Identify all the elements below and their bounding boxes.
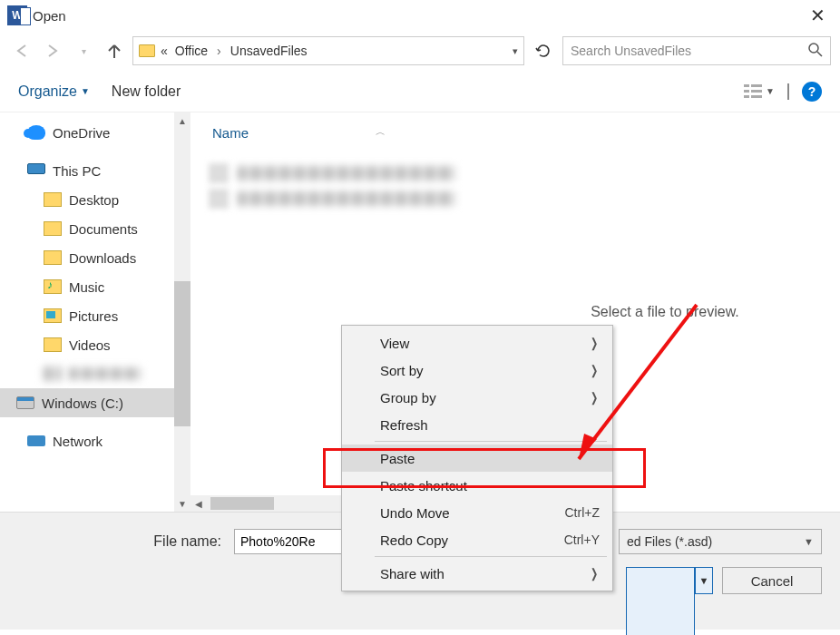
menu-shortcut: Ctrl+Y <box>564 532 600 547</box>
tree-item-redacted[interactable] <box>27 359 190 388</box>
refresh-icon <box>535 43 552 59</box>
up-button[interactable] <box>102 38 127 64</box>
menu-label: Sort by <box>380 363 424 378</box>
toolbar: Organize ▼ New folder ▼ ? <box>0 71 840 112</box>
search-input[interactable]: Search UnsavedFiles <box>562 36 831 65</box>
sidebar-scroll-down[interactable]: ▼ <box>174 495 190 512</box>
sidebar-scroll-thumb[interactable] <box>174 281 190 426</box>
menu-label: Refresh <box>380 417 428 433</box>
tree-label: Videos <box>69 337 111 353</box>
close-button[interactable]: ✕ <box>803 5 833 26</box>
tree-desktop[interactable]: Desktop <box>27 185 190 214</box>
menu-label: Paste shortcut <box>380 478 467 493</box>
submenu-arrow-icon: ❯ <box>591 566 598 581</box>
open-dropdown[interactable]: ▼ <box>695 567 713 594</box>
tree-label: Windows (C:) <box>42 396 123 411</box>
videos-folder-icon <box>44 337 62 352</box>
menu-redo-copy[interactable]: Redo CopyCtrl+Y <box>342 526 612 553</box>
menu-label: Paste <box>380 451 415 466</box>
nav-row: ▾ « Office › UnsavedFiles ▾ Search Unsav… <box>0 31 840 71</box>
sidebar-scroll-up[interactable]: ▲ <box>174 112 190 129</box>
address-dropdown-icon[interactable]: ▾ <box>513 45 518 57</box>
hscroll-thumb[interactable] <box>210 497 274 510</box>
tree-label: Music <box>69 279 104 295</box>
preview-empty-text: Select a file to preview. <box>591 304 739 320</box>
preview-pane-button[interactable] <box>787 84 789 99</box>
menu-separator <box>375 556 607 557</box>
tree-network[interactable]: Network <box>27 426 190 455</box>
open-split-button[interactable]: en ▼ <box>626 567 713 594</box>
menu-paste-shortcut[interactable]: Paste shortcut <box>342 472 612 499</box>
file-row[interactable] <box>209 161 489 186</box>
music-folder-icon <box>44 279 62 294</box>
breadcrumb-office[interactable]: Office <box>173 44 210 58</box>
sidebar: OneDrive This PC Desktop Documents Downl… <box>0 112 190 512</box>
menu-label: Share with <box>380 566 444 581</box>
tree-label: Network <box>53 434 103 449</box>
help-button[interactable]: ? <box>802 82 822 102</box>
tree-downloads[interactable]: Downloads <box>27 243 190 272</box>
filetype-select[interactable]: ed Files (*.asd) ▼ <box>619 529 822 554</box>
file-name-redacted <box>238 166 455 181</box>
tree-label: Documents <box>69 221 138 237</box>
menu-sort-by[interactable]: Sort by❯ <box>342 357 612 384</box>
chevron-down-icon: ▼ <box>81 86 90 96</box>
hscroll-left[interactable]: ◀ <box>190 499 207 509</box>
title-bar: W Open ✕ <box>0 0 840 31</box>
menu-label: View <box>380 336 409 351</box>
organize-menu[interactable]: Organize ▼ <box>18 83 90 100</box>
redacted-icon <box>44 366 62 381</box>
cloud-icon <box>27 125 45 140</box>
menu-shortcut: Ctrl+Z <box>565 505 601 520</box>
menu-view[interactable]: View❯ <box>342 329 612 357</box>
file-name-redacted <box>238 191 455 206</box>
tree-label: Pictures <box>69 308 118 324</box>
address-bar[interactable]: « Office › UnsavedFiles ▾ <box>132 36 524 65</box>
arrow-left-icon <box>13 42 31 60</box>
pc-icon <box>27 163 45 174</box>
file-icon-redacted <box>209 189 229 209</box>
open-button[interactable]: en <box>626 567 695 635</box>
cancel-button[interactable]: Cancel <box>722 567 822 594</box>
view-mode-button[interactable]: ▼ <box>744 84 775 99</box>
refresh-button[interactable] <box>530 36 557 65</box>
folder-icon <box>44 221 62 236</box>
new-folder-button[interactable]: New folder <box>112 83 181 100</box>
breadcrumb-sep-icon: › <box>213 44 225 58</box>
pictures-folder-icon <box>44 308 62 323</box>
recent-dropdown[interactable]: ▾ <box>71 38 96 64</box>
menu-share-with[interactable]: Share with❯ <box>342 560 612 587</box>
redacted-label <box>69 367 142 380</box>
column-header-name[interactable]: Name ︿ <box>209 122 489 144</box>
file-row[interactable] <box>209 186 489 211</box>
submenu-arrow-icon: ❯ <box>591 390 598 405</box>
forward-button[interactable] <box>40 38 65 64</box>
svg-point-0 <box>809 44 818 53</box>
tree-this-pc[interactable]: This PC <box>27 156 190 185</box>
tree-pictures[interactable]: Pictures <box>27 301 190 330</box>
tree-videos[interactable]: Videos <box>27 330 190 359</box>
tree-onedrive[interactable]: OneDrive <box>27 118 190 147</box>
breadcrumb-chevron: « <box>159 44 170 58</box>
arrow-right-icon <box>44 42 62 60</box>
drive-icon <box>16 396 34 409</box>
tree-documents[interactable]: Documents <box>27 214 190 243</box>
menu-group-by[interactable]: Group by❯ <box>342 384 612 411</box>
preview-pane-icon <box>787 83 789 100</box>
tree-label: Desktop <box>69 192 119 208</box>
menu-separator <box>375 441 607 442</box>
column-name-label: Name <box>212 125 249 141</box>
back-button[interactable] <box>9 38 34 64</box>
tree-music[interactable]: Music <box>27 272 190 301</box>
menu-refresh[interactable]: Refresh <box>342 411 612 438</box>
menu-undo-move[interactable]: Undo MoveCtrl+Z <box>342 499 612 526</box>
word-app-icon: W <box>7 5 27 25</box>
tree-windows-c[interactable]: Windows (C:) <box>0 388 174 417</box>
file-icon-redacted <box>209 163 229 183</box>
breadcrumb-unsavedfiles[interactable]: UnsavedFiles <box>229 44 309 58</box>
organize-label: Organize <box>18 83 77 100</box>
menu-paste[interactable]: Paste <box>342 444 612 472</box>
arrow-up-icon <box>105 42 123 60</box>
folder-icon <box>139 44 155 57</box>
filename-label: File name: <box>18 533 227 550</box>
